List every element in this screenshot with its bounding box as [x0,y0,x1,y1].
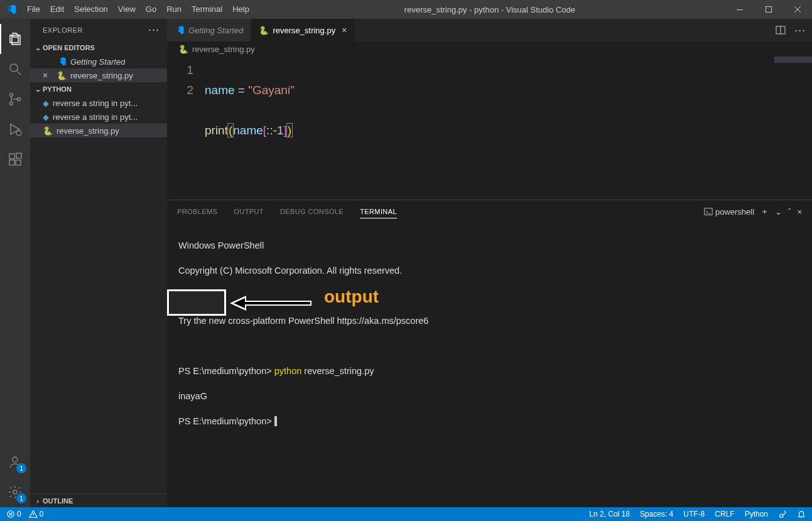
open-editors-header[interactable]: ⌄ OPEN EDITORS [30,41,167,55]
close-icon[interactable]: × [43,70,53,80]
svg-rect-10 [16,160,21,165]
menu-edit[interactable]: Edit [45,0,69,19]
panel-tabs: PROBLEMS OUTPUT DEBUG CONSOLE TERMINAL p… [167,200,812,223]
window-title: reverse_string.py - python - Visual Stud… [254,5,725,14]
more-actions-icon[interactable]: ··· [794,24,806,37]
folder-label: PYTHON [43,85,72,93]
settings-badge: 1 [16,493,26,503]
terminal-split-chevron-icon[interactable]: ⌄ [775,207,782,217]
tab-close-icon[interactable]: × [342,25,347,35]
tab-getting-started[interactable]: Getting Started [167,19,251,41]
chevron-right-icon: › [33,497,43,505]
tab-label: Getting Started [188,26,243,35]
status-language[interactable]: Python [745,510,768,518]
markdown-file-icon: ◆ [43,112,49,122]
annotation-arrow-icon [230,296,318,312]
status-warnings[interactable]: 0 [29,510,44,518]
gutter: 1 2 [167,56,205,200]
tab-label: reverse_string.py [273,26,335,35]
status-encoding[interactable]: UTF-8 [683,510,705,518]
menu-run[interactable]: Run [161,0,187,19]
extensions-icon[interactable] [0,144,30,175]
status-eol[interactable]: CRLF [715,510,734,518]
code-token: print [205,124,228,137]
minimize-button[interactable] [725,0,754,19]
line-number: 1 [167,60,193,80]
editor-area: Getting Started 🐍 reverse_string.py × ··… [167,19,812,507]
code-token: name [233,124,263,137]
split-editor-icon[interactable] [776,25,786,35]
terminal-line: Copyright (C) Microsoft Corporation. All… [178,264,801,277]
python-file-icon: 🐍 [259,26,269,35]
status-feedback-icon[interactable] [778,510,787,518]
svg-point-5 [10,102,13,105]
code-token: "Gayani" [248,83,295,97]
file-label: reverse a string in pyt... [53,112,138,122]
menu-bar: File Edit Selection View Go Run Terminal… [22,0,254,19]
maximize-panel-icon[interactable]: ˆ [788,207,791,217]
status-bar: 0 0 Ln 2, Col 18 Spaces: 4 UTF-8 CRLF Py… [0,507,812,521]
code-token: :: [266,124,273,137]
explorer-icon[interactable] [0,24,30,54]
terminal-line: PS E:\medium\python> python reverse_stri… [178,365,801,377]
tab-reverse-string[interactable]: 🐍 reverse_string.py × [251,19,355,41]
terminal-line: PS E:\medium\python> [178,415,801,427]
open-editor-label: reverse_string.py [70,71,133,80]
open-editor-label: Getting Started [70,57,125,67]
panel-tab-terminal[interactable]: TERMINAL [360,205,397,218]
svg-point-13 [13,490,17,494]
panel: PROBLEMS OUTPUT DEBUG CONSOLE TERMINAL p… [167,200,812,507]
status-errors[interactable]: 0 [6,510,21,518]
terminal[interactable]: Windows PowerShell Copyright (C) Microso… [167,223,812,507]
folder-header[interactable]: ⌄ PYTHON [30,82,167,96]
run-debug-icon[interactable] [0,114,30,144]
new-terminal-icon[interactable]: ＋ [761,206,769,217]
status-lncol[interactable]: Ln 2, Col 18 [589,510,630,518]
open-editor-getting-started[interactable]: × Getting Started [30,55,167,68]
settings-icon[interactable]: 1 [0,477,30,507]
file-item[interactable]: ◆ reverse a string in pyt... [30,110,167,124]
file-reverse-string[interactable]: 🐍 reverse_string.py [30,124,167,137]
menu-terminal[interactable]: Terminal [187,0,227,19]
file-label: reverse_string.py [57,126,119,136]
main-area: 1 1 EXPLORER ··· ⌄ OPEN EDITORS × Gettin… [0,19,812,507]
panel-tab-problems[interactable]: PROBLEMS [177,205,217,218]
panel-tab-debug-console[interactable]: DEBUG CONSOLE [280,205,344,218]
open-editor-reverse-string[interactable]: × 🐍 reverse_string.py [30,68,167,82]
breadcrumb[interactable]: 🐍 reverse_string.py [167,41,812,56]
titlebar: File Edit Selection View Go Run Terminal… [0,0,812,19]
breadcrumb-file: reverse_string.py [192,45,255,54]
menu-selection[interactable]: Selection [69,0,112,19]
search-icon[interactable] [0,54,30,84]
svg-point-12 [13,457,18,462]
outline-header[interactable]: › OUTLINE [30,493,167,507]
sidebar-title: EXPLORER [43,26,83,34]
chevron-down-icon: ⌄ [33,85,43,94]
code-token: = [235,83,249,97]
close-panel-icon[interactable]: × [797,207,802,217]
menu-view[interactable]: View [113,0,141,19]
status-spaces[interactable]: Spaces: 4 [640,510,673,518]
panel-tab-output[interactable]: OUTPUT [234,205,264,218]
file-item[interactable]: ◆ reverse a string in pyt... [30,96,167,110]
source-control-icon[interactable] [0,84,30,114]
sidebar-more-icon[interactable]: ··· [148,23,160,36]
shell-label: powershell [715,207,754,217]
close-button[interactable] [783,0,812,19]
window-controls [725,0,812,19]
menu-help[interactable]: Help [227,0,254,19]
code-content[interactable]: name = "Gayani" print(name[::-1]) [205,56,812,200]
activity-bar: 1 1 [0,19,30,507]
terminal-output: inayaG [178,390,801,402]
menu-file[interactable]: File [22,0,45,19]
menu-go[interactable]: Go [141,0,161,19]
terminal-shell-icon[interactable]: powershell [704,207,754,217]
maximize-button[interactable] [754,0,783,19]
status-notifications-icon[interactable] [797,510,806,518]
minimap[interactable] [774,56,812,69]
accounts-icon[interactable]: 1 [0,447,30,477]
terminal-line [178,340,801,352]
sidebar: EXPLORER ··· ⌄ OPEN EDITORS × Getting St… [30,19,167,507]
svg-rect-9 [9,160,14,165]
code-editor[interactable]: 1 2 name = "Gayani" print(name[::-1]) [167,56,812,200]
